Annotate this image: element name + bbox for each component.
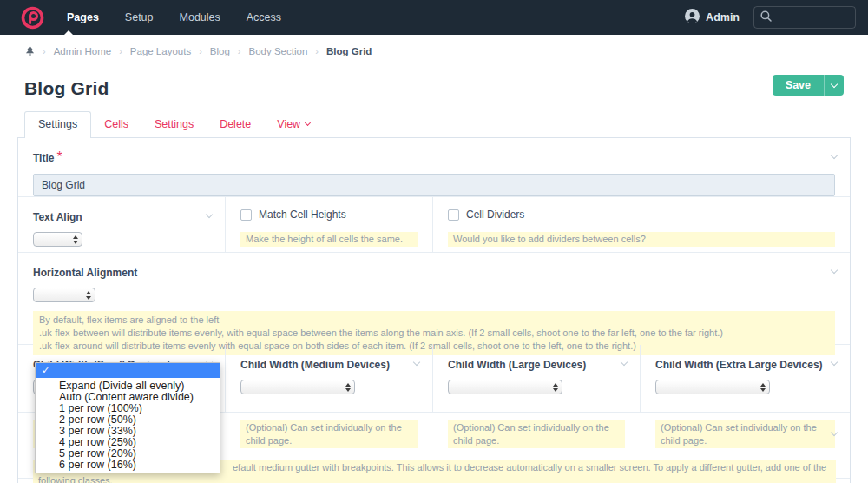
note-line: By default, flex items are aligned to th… [39,314,829,327]
tab-view-label: View [277,118,300,130]
required-asterisk: * [56,149,62,164]
tab-cells[interactable]: Cells [91,111,141,137]
field-match-cell-heights: Match Cell Heights Make the height of al… [226,197,433,252]
breadcrumb-separator: › [43,46,46,56]
text-align-select[interactable] [33,232,82,247]
match-cell-heights-note: Make the height of all cells the same. [240,232,418,247]
field-text-align-label: Text Align [33,211,82,223]
cell-dividers-label: Cell Dividers [466,208,524,221]
field-child-width-medium: Child Width (Medium Devices) (Optional) … [226,345,433,412]
field-cell-dividers: Cell Dividers Would you like to add divi… [433,197,850,252]
breadcrumb: › Admin Home › Page Layouts › Blog › Bod… [0,35,868,68]
search-icon [760,10,772,25]
top-navbar: Pages Setup Modules Access Admin [0,0,868,35]
save-button[interactable]: Save [773,75,824,96]
save-split-button: Save [773,75,844,96]
child-width-medium-select[interactable] [240,380,355,394]
cell-dividers-checkbox[interactable] [448,209,459,221]
field-title: Title* [18,138,850,197]
breadcrumb-separator: › [238,46,241,56]
field-child-width-medium-label: Child Width (Medium Devices) [240,359,390,371]
tab-settings-active[interactable]: Settings [24,111,91,138]
page-title: Blog Grid [24,78,844,99]
user-menu[interactable]: Admin [685,9,740,27]
dropdown-option-blank[interactable]: ✓ [36,363,220,378]
breadcrumb-item-page-layouts[interactable]: Page Layouts [130,46,191,56]
chevron-down-icon [305,119,311,125]
tab-view[interactable]: View [264,111,323,137]
nav-item-pages[interactable]: Pages [67,11,99,23]
field-title-label: Title [33,152,54,164]
field-horizontal-alignment-label: Horizontal Alignment [33,267,137,279]
user-label: Admin [706,11,740,23]
collapse-chevron-icon[interactable] [831,429,838,436]
child-width-xlarge-select[interactable] [655,380,770,394]
breadcrumb-item-body-section[interactable]: Body Section [249,46,308,56]
breadcrumb-separator: › [315,46,319,56]
field-child-width-large-label: Child Width (Large Devices) [448,359,586,371]
field-child-width-xlarge: Child Width (Extra Large Devices) (Optio… [641,345,850,412]
search-box[interactable] [753,6,856,29]
collapse-chevron-icon[interactable] [831,267,838,274]
nav-item-setup[interactable]: Setup [125,11,154,23]
child-width-large-select[interactable] [448,380,562,394]
match-cell-heights-checkbox[interactable] [240,209,252,221]
chevron-down-icon [831,80,838,87]
nav-item-access[interactable]: Access [247,11,281,23]
active-nav-notch [64,30,73,35]
breadcrumb-item-admin-home[interactable]: Admin Home [54,46,111,56]
save-dropdown-button[interactable] [824,75,844,96]
horizontal-alignment-select[interactable] [33,288,95,302]
field-text-align: Text Align [18,197,226,252]
select-stepper-icon [73,235,78,244]
dropdown-option-6-per-row[interactable]: 6 per row (16%) [36,460,220,471]
tab-bar: Settings Cells Settings Delete View [24,111,868,137]
breadcrumb-item-blog[interactable]: Blog [210,46,230,56]
note-line: .uk-flex-between will distribute items e… [39,327,829,340]
field-child-width-large: Child Width (Large Devices) (Optional) C… [433,345,641,412]
field-horizontal-alignment: Horizontal Alignment By default, flex it… [18,253,850,345]
collapse-chevron-icon[interactable] [413,359,420,366]
select-stepper-icon [553,383,558,392]
select-stepper-icon [760,383,766,392]
select-stepper-icon [345,383,351,392]
collapse-chevron-icon[interactable] [206,211,213,218]
breadcrumb-current: Blog Grid [326,46,372,56]
match-cell-heights-label: Match Cell Heights [259,208,346,221]
cell-dividers-note: Would you like to add dividers between c… [448,232,835,247]
breadcrumb-separator: › [119,46,122,56]
processwire-logo-icon[interactable] [21,6,44,30]
collapse-chevron-icon[interactable] [831,359,838,366]
breadcrumb-separator: › [199,46,202,56]
nav-item-modules[interactable]: Modules [180,11,220,23]
field-child-width-xlarge-label: Child Width (Extra Large Devices) [655,359,823,371]
select-stepper-icon [86,291,91,300]
main-nav: Pages Setup Modules Access [67,11,281,23]
collapse-chevron-icon[interactable] [621,359,628,366]
collapse-chevron-icon[interactable] [831,152,838,159]
tab-delete[interactable]: Delete [207,111,264,137]
tab-settings-2[interactable]: Settings [141,111,207,137]
title-input[interactable] [33,174,835,196]
search-input[interactable] [777,11,852,23]
child-width-small-open-dropdown: ✓ Expand (Divide all evenly) Auto (Conte… [35,362,220,473]
check-icon: ✓ [42,363,49,378]
page-tree-icon[interactable] [25,46,35,57]
user-avatar-icon [685,9,700,27]
